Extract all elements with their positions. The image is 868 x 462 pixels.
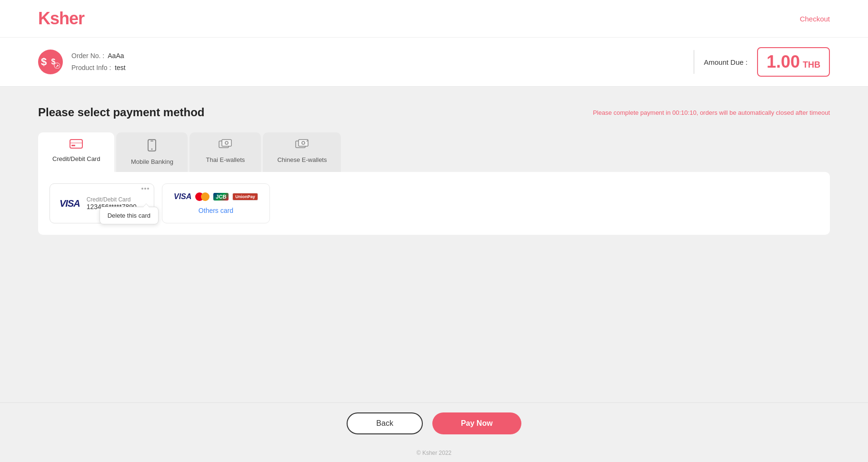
card-options-button[interactable] [141, 188, 149, 190]
delete-card-tooltip[interactable]: Delete this card [100, 207, 159, 224]
header: Ksher Checkout [0, 0, 868, 38]
payment-content-area: VISA Credit/Debit Card 123456*****7890 D… [38, 172, 830, 235]
order-details: Order No. : AaAa Product Info : test [71, 50, 126, 74]
timer-text: Please complete payment in 00:10:10, ord… [593, 109, 830, 116]
chinese-ewallet-icon [295, 139, 309, 152]
mobile-banking-icon [147, 139, 157, 154]
product-info-label: Product Info : [71, 64, 111, 71]
amount-value: 1.00 [767, 52, 800, 72]
unionpay-logo: UnionPay [232, 193, 258, 201]
svg-text:↗: ↗ [55, 64, 59, 69]
logo: Ksher [38, 9, 84, 29]
payment-method-tabs: Credit/Debit Card Mobile Banking [38, 132, 830, 172]
order-no-value: AaAa [108, 52, 124, 60]
product-info-value: test [115, 64, 126, 71]
svg-point-9 [151, 149, 153, 150]
amount-currency: THB [803, 60, 820, 70]
tab-credit-debit[interactable]: Credit/Debit Card [38, 132, 114, 172]
saved-card-item[interactable]: VISA Credit/Debit Card 123456*****7890 D… [50, 183, 154, 223]
amount-box: 1.00 THB [757, 47, 830, 77]
credit-card-icon [70, 139, 83, 151]
visa-logo: VISA [60, 198, 80, 209]
tab-mobile-banking[interactable]: Mobile Banking [116, 132, 188, 172]
footer: Back Pay Now [0, 402, 868, 444]
order-bar: $ ↗ Order No. : AaAa Product Info : test… [0, 38, 868, 87]
svg-rect-6 [71, 145, 75, 146]
vertical-divider [694, 50, 694, 74]
jcb-logo: JCB [213, 193, 229, 201]
tab-chinese-ewallets[interactable]: Chinese E-wallets [263, 132, 341, 172]
tab-credit-label: Credit/Debit Card [52, 155, 100, 162]
amount-due-label: Amount Due : [704, 58, 748, 66]
svg-rect-11 [222, 140, 231, 146]
section-header: Please select payment method Please comp… [38, 106, 830, 119]
copyright-text: © Ksher 2022 [0, 444, 868, 462]
checkout-link[interactable]: Checkout [800, 15, 830, 23]
main-content: Please select payment method Please comp… [0, 87, 868, 402]
tab-thai-ewallets[interactable]: Thai E-wallets [190, 132, 261, 172]
order-info-right: Amount Due : 1.00 THB [694, 47, 830, 77]
svg-rect-14 [299, 140, 308, 146]
order-no-label: Order No. : [71, 52, 104, 60]
tab-mobile-label: Mobile Banking [131, 158, 173, 165]
visa-logo-small: VISA [174, 192, 191, 201]
svg-rect-8 [150, 141, 153, 141]
others-card-section[interactable]: VISA JCB UnionPay Others card [162, 183, 270, 223]
tab-thai-label: Thai E-wallets [206, 156, 245, 163]
others-card-link[interactable]: Others card [199, 207, 233, 214]
order-icon: $ ↗ [38, 50, 63, 74]
svg-rect-5 [70, 142, 82, 144]
section-title: Please select payment method [38, 106, 204, 119]
mastercard-logo [195, 192, 210, 201]
tab-chinese-label: Chinese E-wallets [277, 156, 327, 163]
card-logos: VISA JCB UnionPay [174, 192, 258, 201]
thai-ewallet-icon [219, 139, 232, 152]
order-info-left: $ ↗ Order No. : AaAa Product Info : test [38, 50, 126, 74]
card-type: Credit/Debit Card [87, 196, 137, 203]
pay-now-button[interactable]: Pay Now [432, 412, 521, 434]
back-button[interactable]: Back [347, 412, 423, 434]
